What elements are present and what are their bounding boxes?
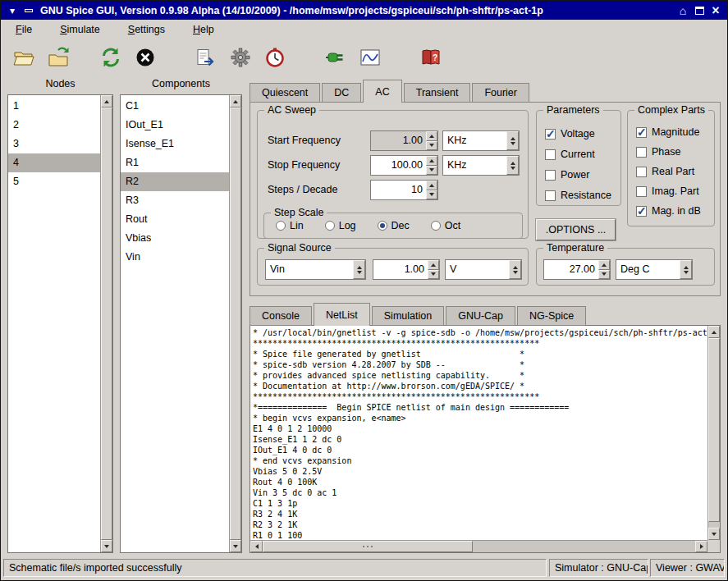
spin-down-icon[interactable] (428, 270, 439, 280)
temperature-unit-combo[interactable]: Deg C (616, 259, 693, 280)
spin-down-icon[interactable] (426, 141, 437, 151)
open-schematic-button[interactable] (9, 43, 39, 71)
checkbox-magnitude[interactable]: Magnitude (636, 126, 699, 139)
netlist-textarea[interactable]: * /usr/local/bin/gnetlist -v -g spice-sd… (250, 325, 721, 553)
temperature-spinner[interactable] (598, 260, 610, 279)
radio-oct[interactable]: Oct (431, 220, 460, 231)
scroll-up-icon[interactable] (101, 95, 112, 108)
stop-frequency-spinner[interactable] (426, 156, 437, 175)
signal-source-combo[interactable]: Vin (265, 259, 366, 280)
checkbox-power[interactable]: Power (545, 168, 589, 181)
node-list-item[interactable]: 4 (8, 153, 100, 172)
run-simulation-button[interactable] (260, 43, 290, 71)
start-frequency-spinner[interactable] (426, 131, 437, 150)
checkbox-real-part[interactable]: Real Part (636, 165, 694, 178)
scroll-up-icon[interactable] (708, 326, 720, 338)
component-list-item[interactable]: R3 (121, 191, 229, 210)
stop-frequency-unit-combo[interactable]: KHz (442, 155, 520, 176)
start-frequency-input[interactable]: 1.00 (370, 130, 438, 151)
checkbox-voltage[interactable]: Voltage (545, 127, 595, 140)
temperature-unit-value[interactable]: Deg C (616, 260, 680, 279)
stop-frequency-unit[interactable]: KHz (443, 156, 506, 175)
menu-help[interactable]: Help (185, 21, 222, 38)
signal-amplitude-spinner[interactable] (428, 260, 439, 279)
simulator-plug-button[interactable] (321, 43, 350, 71)
scrollbar-thumb[interactable] (230, 108, 241, 540)
radio-dec[interactable]: Dec (378, 220, 410, 231)
tab-dc[interactable]: DC (322, 83, 361, 103)
combo-arrows-icon[interactable] (353, 260, 365, 279)
tab-console[interactable]: Console (250, 306, 312, 326)
combo-arrows-icon[interactable] (509, 260, 521, 279)
component-list-item[interactable]: Isense_E1 (121, 135, 229, 153)
window-home-icon[interactable]: ⌂ (675, 3, 691, 18)
component-list-item[interactable]: Rout (121, 210, 229, 229)
scroll-down-icon[interactable] (230, 540, 241, 552)
scrollbar-thumb[interactable] (101, 108, 112, 540)
scroll-left-icon[interactable] (250, 541, 263, 552)
window-close-icon[interactable]: × (707, 3, 724, 18)
window-menu-icon[interactable]: ▾ (4, 3, 21, 18)
scroll-down-icon[interactable] (101, 540, 112, 552)
checkbox-phase[interactable]: Phase (636, 145, 680, 158)
checkbox-imag-part[interactable]: Imag. Part (636, 185, 699, 198)
signal-unit-combo[interactable]: V (445, 259, 522, 280)
radio-log[interactable]: Log (325, 220, 356, 231)
stop-frequency-value[interactable]: 100.00 (371, 156, 426, 175)
scrollbar-thumb[interactable] (263, 541, 473, 552)
start-frequency-unit[interactable]: KHz (443, 131, 506, 150)
tab-transient[interactable]: Transient (404, 83, 471, 103)
spin-up-icon[interactable] (598, 260, 610, 270)
titlebar[interactable]: ▾ GNU Spice GUI, Version 0.9.98 Alpha (1… (1, 1, 727, 20)
components-scrollbar[interactable] (229, 95, 241, 552)
node-list-item[interactable]: 5 (8, 172, 100, 191)
component-list-item[interactable]: C1 (121, 97, 229, 116)
radio-lin[interactable]: Lin (276, 220, 304, 231)
scroll-down-icon[interactable] (708, 528, 720, 540)
menu-settings[interactable]: Settings (120, 21, 173, 38)
window-pin-icon[interactable] (21, 3, 37, 18)
combo-arrows-icon[interactable] (506, 131, 519, 150)
settings-gear-button[interactable] (226, 43, 255, 71)
stop-frequency-input[interactable]: 100.00 (370, 155, 438, 176)
scroll-right-icon[interactable] (695, 541, 707, 552)
checkbox-resistance[interactable]: Resistance (545, 189, 611, 202)
nodes-scrollbar[interactable] (100, 95, 112, 552)
options-button[interactable]: .OPTIONS ... (536, 219, 616, 240)
combo-arrows-icon[interactable] (680, 260, 692, 279)
spin-up-icon[interactable] (428, 260, 439, 270)
import-netlist-button[interactable] (191, 43, 221, 71)
node-list-item[interactable]: 1 (8, 97, 100, 116)
tab-ac[interactable]: AC (363, 80, 401, 103)
spin-down-icon[interactable] (598, 270, 610, 280)
spin-up-icon[interactable] (426, 131, 437, 141)
node-list-item[interactable]: 2 (8, 116, 100, 135)
combo-arrows-icon[interactable] (506, 156, 519, 175)
steps-decade-value[interactable]: 10 (371, 181, 426, 199)
spin-down-icon[interactable] (426, 190, 437, 200)
component-list-item[interactable]: Vin (121, 248, 229, 267)
signal-unit-value[interactable]: V (446, 260, 509, 279)
node-list-item[interactable]: 3 (8, 135, 100, 153)
temperature-value[interactable]: 27.00 (544, 260, 598, 279)
scrollbar-thumb[interactable] (708, 338, 720, 522)
netlist-vscrollbar[interactable] (707, 326, 720, 540)
start-frequency-unit-combo[interactable]: KHz (442, 130, 520, 151)
scroll-up-icon[interactable] (230, 95, 241, 108)
start-frequency-value[interactable]: 1.00 (371, 131, 426, 150)
temperature-input[interactable]: 27.00 (543, 259, 611, 280)
reload-schematic-button[interactable] (43, 43, 73, 71)
component-list-item[interactable]: IOut_E1 (121, 116, 229, 135)
checkbox-mag-in-db[interactable]: Mag. in dB (636, 204, 701, 217)
component-list-item[interactable]: R1 (121, 153, 229, 172)
steps-decade-spinner[interactable] (426, 181, 437, 199)
tab-netlist[interactable]: NetList (314, 303, 370, 326)
steps-decade-input[interactable]: 10 (370, 180, 438, 200)
netlist-hscrollbar[interactable] (250, 540, 707, 552)
window-maximize-icon[interactable] (691, 3, 707, 18)
spin-down-icon[interactable] (426, 166, 437, 176)
component-list-item[interactable]: R2 (121, 172, 229, 191)
tab-fourier[interactable]: Fourier (472, 83, 529, 103)
signal-amplitude-input[interactable]: 1.00 (373, 259, 440, 280)
tab-gnucap[interactable]: GNU-Cap (446, 306, 515, 326)
